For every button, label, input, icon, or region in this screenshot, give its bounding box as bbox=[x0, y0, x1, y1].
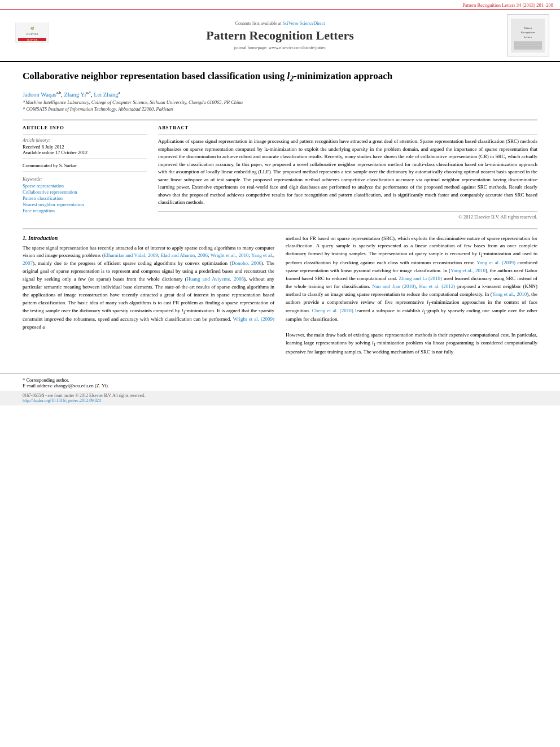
journal-header: 🌿 ELSEVIER ELSEVIER Contents lists avail… bbox=[0, 10, 560, 62]
divider-4 bbox=[158, 134, 537, 134]
author-zhang-yi: Zhang Yi bbox=[64, 91, 86, 97]
svg-text:ELSEVIER: ELSEVIER bbox=[26, 33, 38, 36]
article-info-heading: ARTICLE INFO bbox=[23, 125, 147, 130]
ref-elad[interactable]: Elad and Aharon, 2006 bbox=[161, 252, 208, 258]
article-title: Collaborative neighbor representation ba… bbox=[23, 70, 537, 85]
ref-elhamifar[interactable]: Elhamifar and Vidal, 2009 bbox=[104, 252, 158, 258]
intro-left-text: The sparse signal representation has rec… bbox=[23, 244, 274, 332]
ref-yang2010a[interactable]: Yang et al., 2010 bbox=[450, 268, 485, 273]
keyword-1: Sparse representation bbox=[23, 183, 147, 189]
ref-donoho[interactable]: Donoho, 2006 bbox=[231, 260, 261, 266]
abstract-col: ABSTRACT Applications of sparse signal r… bbox=[158, 125, 537, 220]
ref-huang[interactable]: Huang and Aviyente, 2006 bbox=[187, 276, 244, 282]
introduction-title: 1. Introduction bbox=[23, 235, 274, 241]
keyword-2: Collaborative representation bbox=[23, 189, 147, 195]
journal-title: Pattern Recognition Letters bbox=[63, 28, 497, 43]
svg-text:Pattern: Pattern bbox=[524, 27, 532, 29]
body-left-col: 1. Introduction The sparse signal repres… bbox=[23, 235, 274, 356]
journal-logo-svg: Pattern Recognition Letters bbox=[511, 19, 545, 53]
elsevier-icon: 🌿 ELSEVIER ELSEVIER bbox=[15, 23, 49, 48]
keywords-label: Keywords: bbox=[23, 177, 147, 182]
svg-text:Recognition: Recognition bbox=[521, 31, 535, 34]
journal-bar: Pattern Recognition Letters 34 (2013) 20… bbox=[0, 0, 560, 10]
intro-right-text: method for FR based on sparse representa… bbox=[286, 235, 537, 356]
history-label: Article history: bbox=[23, 138, 147, 143]
corresponding-author-note: * Corresponding author. bbox=[23, 377, 537, 383]
keyword-5: Face recognition bbox=[23, 208, 147, 213]
ref-yang2009[interactable]: Yang et al. (2009) bbox=[476, 260, 515, 265]
journal-header-center: Contents lists available at SciVerse Sci… bbox=[58, 21, 502, 50]
ref-nan-jian[interactable]: Nan and Jian (2010) bbox=[372, 283, 415, 289]
divider-2 bbox=[23, 159, 147, 159]
article-info-col: ARTICLE INFO Article history: Received 6… bbox=[23, 125, 147, 220]
journal-citation: Pattern Recognition Letters 34 (2013) 20… bbox=[462, 2, 553, 8]
affiliation-b: ᵇ COMSATS Institute of Information Techn… bbox=[23, 106, 537, 112]
body-section: 1. Introduction The sparse signal repres… bbox=[23, 229, 537, 356]
keyword-4: Nearest neighbor representation bbox=[23, 202, 147, 207]
received-date: Received 6 July 2012 bbox=[23, 144, 147, 150]
footer-bar: 0167-8655/$ - see front matter © 2012 El… bbox=[0, 391, 560, 405]
available-date: Available online 17 October 2012 bbox=[23, 150, 147, 155]
divider-1 bbox=[23, 134, 147, 134]
email-note: E-mail address: zhangyi@scu.edu.cn (Z. Y… bbox=[23, 383, 537, 388]
ref-wright2010[interactable]: Wright et al., 2010 bbox=[211, 252, 249, 258]
l2-notation: l2 bbox=[287, 71, 294, 81]
ref-zhang-li[interactable]: Zhang and Li (2010) bbox=[399, 276, 443, 281]
keyword-3: Pattern classification bbox=[23, 195, 147, 201]
journal-url: journal homepage: www.elsevier.com/locat… bbox=[63, 45, 497, 50]
abstract-text: Applications of sparse signal representa… bbox=[158, 138, 537, 207]
author-waqas: Jadoon Waqas bbox=[23, 91, 56, 97]
svg-text:Letters: Letters bbox=[524, 36, 532, 38]
svg-text:🌿: 🌿 bbox=[30, 27, 34, 30]
ref-hui[interactable]: Hui et al. (2012) bbox=[419, 283, 456, 289]
divider-3 bbox=[23, 172, 147, 172]
body-right-col: method for FR based on sparse representa… bbox=[286, 235, 537, 356]
elsevier-logo-area: 🌿 ELSEVIER ELSEVIER bbox=[7, 23, 58, 48]
svg-text:ELSEVIER: ELSEVIER bbox=[27, 38, 38, 41]
doi-link[interactable]: http://dx.doi.org/10.1016/j.patrec.2012.… bbox=[23, 398, 101, 403]
ref-cheng[interactable]: Cheng et al. (2010) bbox=[312, 308, 353, 313]
author-lei-zhang: Lei Zhang bbox=[94, 91, 118, 97]
journal-logo-box: Pattern Recognition Letters bbox=[507, 14, 549, 56]
ref-wright2009[interactable]: Wright et al. (2009) bbox=[233, 316, 274, 322]
main-content: Collaborative neighbor representation ba… bbox=[0, 62, 560, 368]
journal-logo-area: Pattern Recognition Letters bbox=[502, 14, 553, 56]
svg-rect-9 bbox=[514, 41, 542, 50]
authors-line: Jadoon Waqasa,b, Zhang Yia,*, Lei Zhanga bbox=[23, 90, 537, 98]
abstract-heading: ABSTRACT bbox=[158, 125, 537, 130]
sciverse-line: Contents lists available at SciVerse Sci… bbox=[63, 21, 497, 26]
affiliation-a: ᵃ Machine Intelligence Laboratory, Colle… bbox=[23, 99, 537, 105]
communicated-by: Communicated by S. Sarkar bbox=[23, 163, 147, 168]
copyright: © 2012 Elsevier B.V. All rights reserved… bbox=[158, 211, 537, 220]
footer-license: 0167-8655/$ - see front matter © 2012 El… bbox=[23, 393, 145, 398]
footer-area: * Corresponding author. E-mail address: … bbox=[0, 373, 560, 388]
article-info-abstract-section: ARTICLE INFO Article history: Received 6… bbox=[23, 120, 537, 220]
sciverse-link[interactable]: SciVerse ScienceDirect bbox=[283, 21, 325, 26]
ref-yang2010b[interactable]: Yang et al., 2010 bbox=[492, 291, 527, 297]
